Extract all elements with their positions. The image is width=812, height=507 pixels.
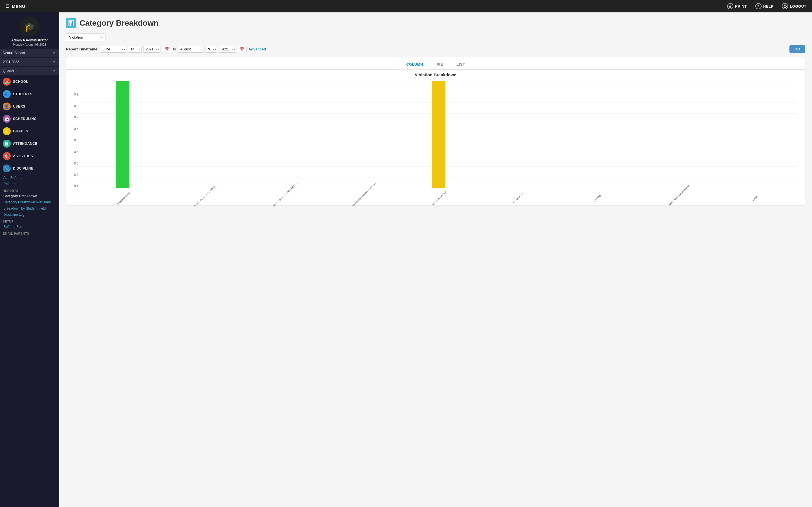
y-axis-label: 0.4 — [68, 150, 79, 154]
sidebar-item-activities[interactable]: 🎯 ACTIVITIES — [0, 150, 59, 162]
chart-card: COLUMN PIE LIST Violation Breakdown 00.1… — [66, 57, 805, 205]
setup-section-label: SETUP — [0, 218, 59, 224]
bar-group: Public Display of Affection — [636, 81, 715, 188]
quarter-dropdown-label: Quarter 1 — [3, 69, 17, 73]
sidebar-item-school[interactable]: 🏫 SCHOOL — [0, 75, 59, 88]
chart-bar — [432, 81, 445, 188]
activities-icon: 🎯 — [3, 152, 11, 160]
from-month-select[interactable]: JuneJanuaryFebruary MarchAprilMay JulyAu… — [100, 46, 126, 53]
referrals-link[interactable]: Referrals — [0, 181, 59, 187]
to-label: to — [173, 47, 176, 51]
menu-icon: ☰ — [6, 4, 10, 9]
sidebar: 🎓 Admin A Administrator Monday August 09… — [0, 12, 59, 507]
scheduling-icon: 📅 — [3, 115, 11, 123]
y-axis-label: 0.8 — [68, 104, 79, 108]
category-breakdown-link[interactable]: Category Breakdown — [0, 193, 59, 199]
content-area: 📊 Category Breakdown Violation All Behav… — [59, 12, 812, 507]
from-day-select[interactable]: 14 — [128, 46, 142, 53]
y-axis-label: 0.7 — [68, 115, 79, 119]
bar-label: Talking out of Turn — [430, 189, 449, 207]
from-year-select[interactable]: 202120202022 — [143, 46, 160, 53]
sidebar-item-students[interactable]: 👥 STUDENTS — [0, 88, 59, 100]
referral-form-link[interactable]: Referral Form — [0, 224, 59, 230]
sidebar-item-label: GRADES — [13, 129, 28, 133]
y-axis-label: 0.1 — [68, 184, 79, 188]
to-month-wrapper: AugustJanuaryFebruary MarchAprilMay June… — [177, 46, 204, 53]
from-day-wrapper: 14 — [128, 46, 142, 53]
y-axis-label: 0.2 — [68, 173, 79, 176]
chart-bar — [116, 81, 130, 188]
sidebar-item-scheduling[interactable]: 📅 SCHEDULING — [0, 113, 59, 125]
to-day-select[interactable]: 9 — [206, 46, 217, 53]
logout-button[interactable]: ⏻ LOGOUT — [782, 3, 806, 9]
y-axis: 00.10.20.30.40.50.60.70.80.91.0 — [68, 81, 79, 200]
tab-column[interactable]: COLUMN — [400, 60, 430, 69]
category-breakdown-over-time-link[interactable]: Category Breakdown over Time — [0, 199, 59, 205]
tab-pie[interactable]: PIE — [430, 60, 450, 69]
sidebar-item-label: ATTENDANCE — [13, 142, 38, 146]
bar-label: Inebriated (Alcohol or Drugs) — [352, 189, 370, 207]
user-name: Admin A Administrator — [11, 38, 48, 42]
sidebar-item-label: DISCIPLINE — [13, 166, 33, 170]
print-icon: 🖨 — [727, 3, 733, 9]
logout-icon: ⏻ — [782, 3, 788, 9]
user-date: Monday August 09 2021 — [13, 43, 47, 46]
advanced-link[interactable]: Advanced — [248, 47, 266, 51]
page-title: Category Breakdown — [80, 18, 158, 27]
to-month-select[interactable]: AugustJanuaryFebruary MarchAprilMay June… — [177, 46, 204, 53]
users-icon: 👤 — [3, 103, 11, 110]
sidebar-item-label: STUDENTS — [13, 92, 33, 96]
chart-title: Violation Breakdown — [66, 72, 805, 77]
bar-label: Other — [746, 189, 764, 207]
user-profile: 🎓 Admin A Administrator Monday August 09… — [0, 12, 59, 48]
bar-label: Profanity, vulgarity, offens... — [194, 189, 212, 207]
bar-label: Public Display of Affection — [667, 189, 686, 207]
add-referral-link[interactable]: Add Referral — [0, 175, 59, 181]
school-icon: 🏫 — [3, 78, 11, 86]
sidebar-item-attendance[interactable]: 📋 ATTENDANCE — [0, 137, 59, 150]
filter-bar: Violation All Behavior Academic — [66, 33, 805, 41]
tab-list[interactable]: LIST — [450, 60, 472, 69]
students-icon: 👥 — [3, 90, 11, 98]
bar-group: Other — [715, 81, 794, 188]
bar-group: Fighting — [557, 81, 636, 188]
logout-label: LOGOUT — [790, 4, 806, 8]
year-dropdown[interactable]: 2021-2022 ▼ — [0, 58, 59, 66]
chart-area: 00.10.20.30.40.50.60.70.80.91.0 Skipping… — [80, 81, 797, 200]
school-dropdown[interactable]: Default School ▼ — [0, 49, 59, 57]
y-axis-label: 0.9 — [68, 93, 79, 96]
menu-button[interactable]: ☰ MENU — [6, 4, 26, 9]
discipline-icon: 🔧 — [3, 165, 11, 172]
avatar: 🎓 — [20, 17, 40, 37]
print-button[interactable]: 🖨 PRINT — [727, 3, 747, 9]
to-calendar-button[interactable]: 📅 — [238, 46, 247, 52]
timeframe-bar: Report Timeframe: JuneJanuaryFebruary Ma… — [66, 45, 805, 53]
discipline-log-link[interactable]: Discipline Log — [0, 212, 59, 218]
topbar: ☰ MENU 🖨 PRINT ? HELP ⏻ LOGOUT — [0, 0, 812, 12]
to-year-wrapper: 202120202022 — [219, 46, 236, 53]
reports-section-label: REPORTS — [0, 187, 59, 193]
help-button[interactable]: ? HELP — [755, 3, 774, 9]
from-month-wrapper: JuneJanuaryFebruary MarchAprilMay JulyAu… — [100, 46, 126, 53]
go-button[interactable]: GO — [790, 45, 805, 53]
year-dropdown-label: 2021-2022 — [3, 60, 19, 64]
y-axis-label: 1.0 — [68, 81, 79, 84]
top-actions: 🖨 PRINT ? HELP ⏻ LOGOUT — [727, 3, 806, 9]
menu-label: MENU — [12, 4, 26, 9]
sidebar-item-label: SCHEDULING — [13, 117, 37, 121]
page-header: 📊 Category Breakdown — [66, 18, 805, 28]
violation-select[interactable]: Violation All Behavior Academic — [66, 33, 105, 41]
sidebar-item-discipline[interactable]: 🔧 DISCIPLINE — [0, 162, 59, 175]
chevron-down-icon: ▼ — [53, 52, 56, 55]
y-axis-label: 0.3 — [68, 162, 79, 165]
from-calendar-button[interactable]: 📅 — [162, 46, 171, 52]
to-year-select[interactable]: 202120202022 — [219, 46, 236, 53]
quarter-dropdown[interactable]: Quarter 1 ▼ — [0, 67, 59, 75]
breakdown-by-student-field-link[interactable]: Breakdown by Student Field — [0, 205, 59, 212]
help-label: HELP — [763, 4, 774, 8]
timeframe-label: Report Timeframe: — [66, 47, 98, 51]
print-label: PRINT — [735, 4, 747, 8]
sidebar-item-label: SCHOOL — [13, 80, 28, 83]
sidebar-item-users[interactable]: 👤 USERS — [0, 100, 59, 113]
sidebar-item-grades[interactable]: ⭐ GRADES — [0, 125, 59, 137]
